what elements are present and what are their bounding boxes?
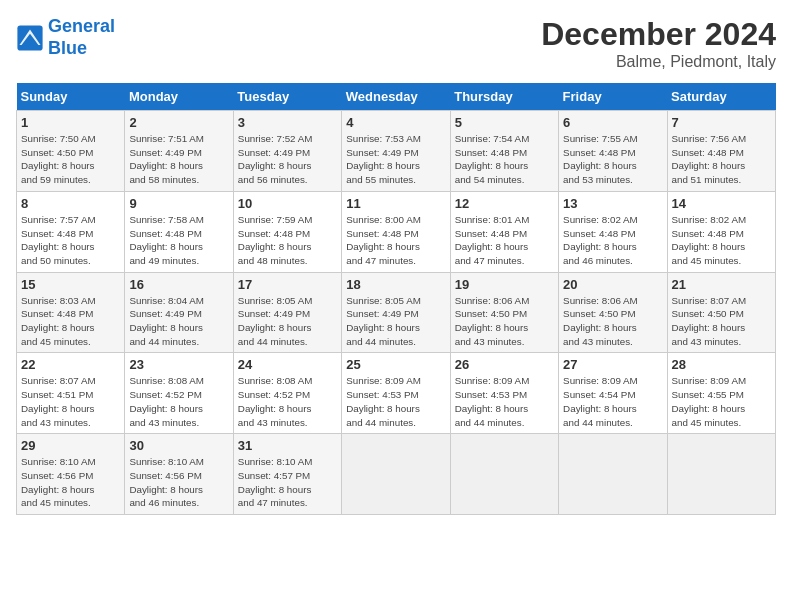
day-number: 14 <box>672 196 771 211</box>
calendar-body: 1Sunrise: 7:50 AMSunset: 4:50 PMDaylight… <box>17 111 776 515</box>
calendar-table: SundayMondayTuesdayWednesdayThursdayFrid… <box>16 83 776 515</box>
day-number: 6 <box>563 115 662 130</box>
day-detail: Sunrise: 8:00 AMSunset: 4:48 PMDaylight:… <box>346 213 445 268</box>
day-detail: Sunrise: 8:07 AMSunset: 4:50 PMDaylight:… <box>672 294 771 349</box>
page-header: GeneralBlue December 2024 Balme, Piedmon… <box>16 16 776 71</box>
day-number: 16 <box>129 277 228 292</box>
day-number: 21 <box>672 277 771 292</box>
calendar-cell <box>450 434 558 515</box>
day-detail: Sunrise: 7:55 AMSunset: 4:48 PMDaylight:… <box>563 132 662 187</box>
day-number: 4 <box>346 115 445 130</box>
day-number: 23 <box>129 357 228 372</box>
day-number: 10 <box>238 196 337 211</box>
calendar-week-row: 22Sunrise: 8:07 AMSunset: 4:51 PMDayligh… <box>17 353 776 434</box>
day-detail: Sunrise: 8:09 AMSunset: 4:53 PMDaylight:… <box>455 374 554 429</box>
day-detail: Sunrise: 8:05 AMSunset: 4:49 PMDaylight:… <box>238 294 337 349</box>
day-detail: Sunrise: 8:09 AMSunset: 4:54 PMDaylight:… <box>563 374 662 429</box>
calendar-week-row: 29Sunrise: 8:10 AMSunset: 4:56 PMDayligh… <box>17 434 776 515</box>
day-detail: Sunrise: 8:08 AMSunset: 4:52 PMDaylight:… <box>238 374 337 429</box>
calendar-cell: 31Sunrise: 8:10 AMSunset: 4:57 PMDayligh… <box>233 434 341 515</box>
calendar-cell: 30Sunrise: 8:10 AMSunset: 4:56 PMDayligh… <box>125 434 233 515</box>
day-number: 9 <box>129 196 228 211</box>
day-number: 11 <box>346 196 445 211</box>
day-number: 24 <box>238 357 337 372</box>
day-detail: Sunrise: 8:09 AMSunset: 4:55 PMDaylight:… <box>672 374 771 429</box>
calendar-cell: 21Sunrise: 8:07 AMSunset: 4:50 PMDayligh… <box>667 272 775 353</box>
day-number: 7 <box>672 115 771 130</box>
title-block: December 2024 Balme, Piedmont, Italy <box>541 16 776 71</box>
logo-icon <box>16 24 44 52</box>
day-number: 13 <box>563 196 662 211</box>
logo-text: GeneralBlue <box>48 16 115 59</box>
calendar-cell: 12Sunrise: 8:01 AMSunset: 4:48 PMDayligh… <box>450 191 558 272</box>
page-title: December 2024 <box>541 16 776 53</box>
calendar-cell: 1Sunrise: 7:50 AMSunset: 4:50 PMDaylight… <box>17 111 125 192</box>
day-detail: Sunrise: 7:54 AMSunset: 4:48 PMDaylight:… <box>455 132 554 187</box>
day-detail: Sunrise: 8:01 AMSunset: 4:48 PMDaylight:… <box>455 213 554 268</box>
day-detail: Sunrise: 8:02 AMSunset: 4:48 PMDaylight:… <box>672 213 771 268</box>
calendar-cell: 10Sunrise: 7:59 AMSunset: 4:48 PMDayligh… <box>233 191 341 272</box>
day-number: 1 <box>21 115 120 130</box>
calendar-cell: 15Sunrise: 8:03 AMSunset: 4:48 PMDayligh… <box>17 272 125 353</box>
day-number: 28 <box>672 357 771 372</box>
day-number: 5 <box>455 115 554 130</box>
day-detail: Sunrise: 8:10 AMSunset: 4:56 PMDaylight:… <box>21 455 120 510</box>
calendar-cell: 20Sunrise: 8:06 AMSunset: 4:50 PMDayligh… <box>559 272 667 353</box>
weekday-header: Friday <box>559 83 667 111</box>
day-number: 31 <box>238 438 337 453</box>
day-detail: Sunrise: 7:58 AMSunset: 4:48 PMDaylight:… <box>129 213 228 268</box>
weekday-header: Sunday <box>17 83 125 111</box>
day-number: 20 <box>563 277 662 292</box>
day-detail: Sunrise: 7:57 AMSunset: 4:48 PMDaylight:… <box>21 213 120 268</box>
day-number: 27 <box>563 357 662 372</box>
calendar-cell: 23Sunrise: 8:08 AMSunset: 4:52 PMDayligh… <box>125 353 233 434</box>
calendar-cell: 26Sunrise: 8:09 AMSunset: 4:53 PMDayligh… <box>450 353 558 434</box>
calendar-header-row: SundayMondayTuesdayWednesdayThursdayFrid… <box>17 83 776 111</box>
weekday-header: Wednesday <box>342 83 450 111</box>
day-detail: Sunrise: 7:56 AMSunset: 4:48 PMDaylight:… <box>672 132 771 187</box>
calendar-cell: 13Sunrise: 8:02 AMSunset: 4:48 PMDayligh… <box>559 191 667 272</box>
calendar-cell: 17Sunrise: 8:05 AMSunset: 4:49 PMDayligh… <box>233 272 341 353</box>
day-detail: Sunrise: 8:10 AMSunset: 4:56 PMDaylight:… <box>129 455 228 510</box>
calendar-cell: 25Sunrise: 8:09 AMSunset: 4:53 PMDayligh… <box>342 353 450 434</box>
calendar-cell: 16Sunrise: 8:04 AMSunset: 4:49 PMDayligh… <box>125 272 233 353</box>
day-number: 19 <box>455 277 554 292</box>
calendar-cell: 18Sunrise: 8:05 AMSunset: 4:49 PMDayligh… <box>342 272 450 353</box>
day-detail: Sunrise: 7:51 AMSunset: 4:49 PMDaylight:… <box>129 132 228 187</box>
day-detail: Sunrise: 7:50 AMSunset: 4:50 PMDaylight:… <box>21 132 120 187</box>
day-number: 17 <box>238 277 337 292</box>
day-detail: Sunrise: 8:07 AMSunset: 4:51 PMDaylight:… <box>21 374 120 429</box>
calendar-cell: 28Sunrise: 8:09 AMSunset: 4:55 PMDayligh… <box>667 353 775 434</box>
day-detail: Sunrise: 8:04 AMSunset: 4:49 PMDaylight:… <box>129 294 228 349</box>
calendar-cell <box>342 434 450 515</box>
calendar-cell: 24Sunrise: 8:08 AMSunset: 4:52 PMDayligh… <box>233 353 341 434</box>
day-detail: Sunrise: 7:52 AMSunset: 4:49 PMDaylight:… <box>238 132 337 187</box>
day-number: 29 <box>21 438 120 453</box>
calendar-cell <box>559 434 667 515</box>
day-detail: Sunrise: 8:05 AMSunset: 4:49 PMDaylight:… <box>346 294 445 349</box>
day-number: 15 <box>21 277 120 292</box>
day-number: 2 <box>129 115 228 130</box>
weekday-header: Monday <box>125 83 233 111</box>
weekday-header: Tuesday <box>233 83 341 111</box>
weekday-header: Saturday <box>667 83 775 111</box>
calendar-cell: 7Sunrise: 7:56 AMSunset: 4:48 PMDaylight… <box>667 111 775 192</box>
calendar-cell: 9Sunrise: 7:58 AMSunset: 4:48 PMDaylight… <box>125 191 233 272</box>
day-detail: Sunrise: 7:53 AMSunset: 4:49 PMDaylight:… <box>346 132 445 187</box>
calendar-cell: 27Sunrise: 8:09 AMSunset: 4:54 PMDayligh… <box>559 353 667 434</box>
day-detail: Sunrise: 8:10 AMSunset: 4:57 PMDaylight:… <box>238 455 337 510</box>
day-detail: Sunrise: 8:06 AMSunset: 4:50 PMDaylight:… <box>455 294 554 349</box>
logo: GeneralBlue <box>16 16 115 59</box>
page-subtitle: Balme, Piedmont, Italy <box>541 53 776 71</box>
day-detail: Sunrise: 8:09 AMSunset: 4:53 PMDaylight:… <box>346 374 445 429</box>
day-detail: Sunrise: 8:06 AMSunset: 4:50 PMDaylight:… <box>563 294 662 349</box>
calendar-week-row: 1Sunrise: 7:50 AMSunset: 4:50 PMDaylight… <box>17 111 776 192</box>
calendar-week-row: 15Sunrise: 8:03 AMSunset: 4:48 PMDayligh… <box>17 272 776 353</box>
day-number: 3 <box>238 115 337 130</box>
day-detail: Sunrise: 8:03 AMSunset: 4:48 PMDaylight:… <box>21 294 120 349</box>
day-detail: Sunrise: 8:02 AMSunset: 4:48 PMDaylight:… <box>563 213 662 268</box>
calendar-cell: 29Sunrise: 8:10 AMSunset: 4:56 PMDayligh… <box>17 434 125 515</box>
calendar-cell: 4Sunrise: 7:53 AMSunset: 4:49 PMDaylight… <box>342 111 450 192</box>
day-number: 26 <box>455 357 554 372</box>
day-number: 25 <box>346 357 445 372</box>
